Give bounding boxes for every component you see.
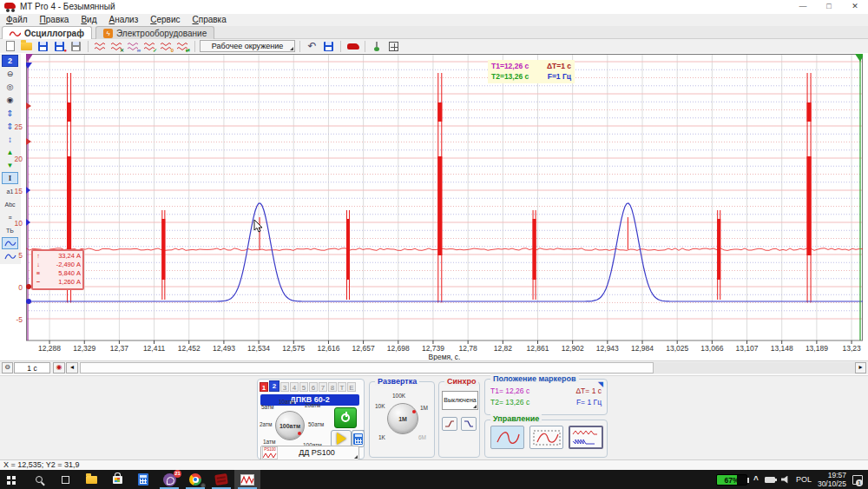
info-f: F=1 Гц [548,71,571,82]
channel-tab-4[interactable]: 4 [290,382,299,392]
menu-item-0[interactable]: Файл [0,14,34,25]
sweep-knob[interactable]: 1M [387,403,418,434]
oscilloscope-plot[interactable] [26,54,863,344]
scrollbar-track[interactable] [80,362,855,373]
channel-tab-2[interactable]: 2 [269,380,279,392]
waves-sync-button[interactable]: ⇄ [175,40,190,53]
x-tick-label: 12,739 [418,344,448,353]
waves-zero-button[interactable]: 0 [159,40,174,53]
minimize-button[interactable]: — [790,0,816,13]
car-wheel [6,9,10,12]
pin-icon[interactable]: ◥ [598,380,603,388]
new-file-button[interactable] [3,40,17,53]
battery-widget[interactable]: 67% [716,474,747,486]
viber-button[interactable]: 21 [156,470,182,489]
quick-save-button[interactable] [321,40,336,53]
workspace-combo[interactable]: Рабочее окружение [200,40,295,52]
tab-electrical[interactable]: ϟ Электрооборудование [95,26,214,39]
collapse-button[interactable]: ⊖ [2,362,13,373]
view-selection-button[interactable] [529,426,563,449]
sensor-select-row[interactable]: PS100 ДД PS100 [260,446,359,460]
channel-tab-8[interactable]: 8 [328,382,337,392]
text-label-tool-icon[interactable]: Abc [2,198,18,210]
wave-view-button[interactable] [2,237,18,249]
zoom-out-icon[interactable]: ⊖ [2,68,18,80]
file-explorer-button[interactable] [78,470,104,489]
menu-item-4[interactable]: Сервис [144,14,186,25]
zoom-normal-icon[interactable]: ◎ [2,81,18,93]
measurement-box[interactable]: ↑33,24 А↓-2,490 А≡5,840 А~1,260 А [31,249,84,290]
range-knob[interactable]: 100атм [275,411,305,440]
channel-tab-T[interactable]: T [338,382,346,392]
view-single-trace-button[interactable] [490,426,524,449]
save-button[interactable] [36,40,50,53]
step-back-button[interactable]: ◂ [66,362,78,373]
separator [340,41,341,52]
battery-icon[interactable] [765,477,775,483]
waves-delete-button[interactable]: ✕ [109,40,124,53]
time-scale-box[interactable]: 1 с [14,362,50,373]
maximize-button[interactable]: □ [816,0,842,13]
channel-tab-3[interactable]: 3 [280,382,289,392]
tab-oscilloscope[interactable]: Осциллограф [2,26,92,39]
mtpro-taskbar-button[interactable] [234,470,260,489]
menu-item-1[interactable]: Правка [34,14,76,25]
channel-power-button[interactable] [334,407,357,428]
sensor-icon: PS100 [262,446,278,459]
fit-window-button[interactable] [386,40,401,53]
channel-tab-5[interactable]: 5 [299,382,308,392]
search-button[interactable] [26,470,52,489]
calculator-button[interactable] [352,430,365,447]
x-tick-label: 12,575 [279,344,308,353]
menu-item-5[interactable]: Справка [187,14,233,25]
channel-2-button[interactable]: 2 [2,55,18,67]
record-button[interactable]: ◉ [53,362,65,373]
speaker-icon[interactable] [781,476,790,484]
channel-tab-7[interactable]: 7 [319,382,327,392]
channel-tab-6[interactable]: 6 [309,382,318,392]
menu-item-3[interactable]: Анализ [102,14,144,25]
menu-item-2[interactable]: Вид [75,14,102,25]
undo-button[interactable]: ↶ [305,40,319,53]
save-all-button[interactable] [69,40,83,53]
falling-edge-button[interactable] [461,417,477,431]
close-button[interactable]: ✕ [842,0,868,13]
store-button[interactable] [104,470,130,489]
red-app-button[interactable] [208,470,234,489]
chrome-button[interactable] [182,470,208,489]
calculator-taskbar-button[interactable] [130,470,156,489]
car-mode-button[interactable] [345,40,360,53]
language-indicator[interactable]: POL [796,475,812,484]
notification-badge: 1 [856,479,863,486]
waves-pair-button[interactable]: ∞ [126,40,141,53]
save-as-button[interactable]: ● [52,40,67,53]
time-markers[interactable] [26,54,863,340]
start-button-taskbar[interactable] [0,470,26,489]
waves-red-button[interactable] [93,40,108,53]
scroll-right-button[interactable]: ▸ [855,362,866,373]
channel-tab-1[interactable]: 1 [260,382,268,392]
stretch-vertical-icon[interactable]: ⇕ [2,107,18,119]
autoscale-vertical-icon[interactable]: ↕ [2,133,18,145]
open-file-button[interactable] [19,40,34,53]
view-all-traces-button[interactable] [569,426,603,449]
waves-check-button[interactable]: ✓ [142,40,157,53]
sync-state-dropdown[interactable]: Выключена [442,391,478,410]
tray-chevron[interactable]: ^ [753,475,759,485]
probe-play-button[interactable] [331,430,352,447]
zoom-fit-icon[interactable]: ◉ [2,94,18,106]
clock[interactable]: 19:57 30/10/25 [818,471,846,488]
marker-f: F= 1 Гц [576,397,602,408]
rising-edge-button[interactable] [442,417,457,431]
x-tick-label: 12,411 [140,344,169,353]
ruler-tool-button[interactable]: I [2,172,18,184]
task-view-button[interactable] [52,470,78,489]
notification-icon[interactable]: 1 [852,475,863,485]
channel-tab-E[interactable]: E [347,382,356,392]
x-tick-label: 12,493 [209,344,239,353]
scrollbar-thumb[interactable] [80,362,654,373]
chrome-gear-badge [201,483,206,488]
y-tick-label: 20 [0,155,23,163]
calibration-button[interactable] [370,40,385,53]
sync-title: Синхро [444,377,478,386]
